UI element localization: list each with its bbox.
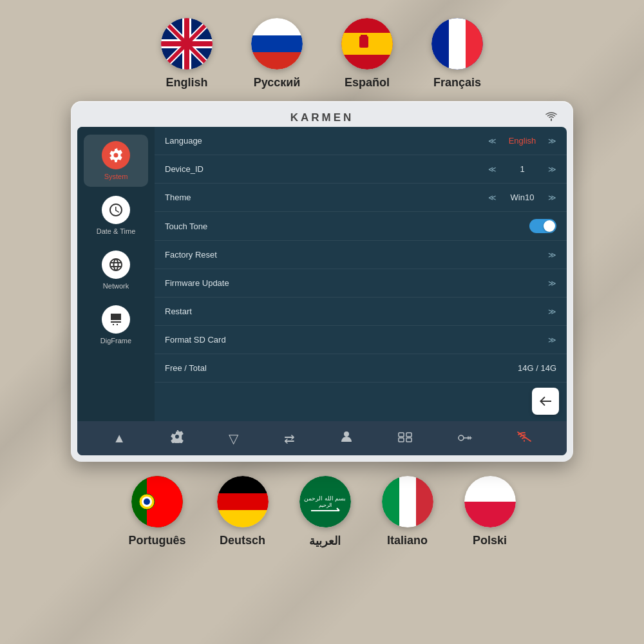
- flag-pt: [131, 476, 183, 527]
- flags-bottom-row: Português Deutsch بسم الله الرحمن الرحيم: [0, 462, 644, 554]
- setting-theme-name: Theme: [165, 193, 488, 202]
- flag-de: [217, 476, 269, 527]
- toolbar-grid-icon[interactable]: [393, 428, 417, 448]
- touchtone-toggle[interactable]: [529, 219, 556, 233]
- back-button[interactable]: [532, 388, 559, 415]
- back-btn-row: [155, 383, 567, 421]
- lang-russian[interactable]: Русский: [251, 18, 303, 90]
- network-icon: [102, 251, 130, 279]
- setting-language-name: Language: [165, 136, 488, 146]
- page-wrapper: English Русский: [0, 0, 644, 644]
- device-brand: KARMEN: [290, 111, 354, 124]
- svg-point-36: [144, 498, 150, 505]
- lang-portuguese[interactable]: Português: [128, 476, 185, 548]
- svg-rect-48: [382, 476, 399, 527]
- setting-freetotal-value: 14G / 14G: [518, 363, 556, 373]
- device-frame: KARMEN: [71, 101, 573, 462]
- setting-row-factoryreset[interactable]: Factory Reset ≫: [155, 241, 567, 269]
- setting-restart-name: Restart: [165, 307, 548, 316]
- sidebar-datetime-label: Date & Time: [97, 227, 136, 235]
- toolbar-transfer-icon[interactable]: ⇄: [279, 428, 300, 449]
- setting-language-controls: ≪ English ≫: [488, 136, 556, 146]
- svg-rect-17: [341, 30, 393, 33]
- svg-rect-52: [464, 476, 516, 502]
- setting-deviceid-controls: ≪ 1 ≫: [488, 164, 556, 174]
- lang-russian-label: Русский: [254, 76, 301, 90]
- sidebar-digframe-label: DigFrame: [100, 337, 131, 345]
- lang-spanish[interactable]: Español: [341, 18, 393, 90]
- svg-rect-28: [399, 438, 404, 442]
- setting-row-freetotal: Free / Total 14G / 14G: [155, 354, 567, 383]
- svg-rect-53: [464, 502, 516, 527]
- setting-factoryreset-name: Factory Reset: [165, 250, 548, 260]
- theme-prev-btn[interactable]: ≪: [488, 193, 497, 202]
- flag-pl: [464, 476, 516, 527]
- setting-firmware-name: Firmware Update: [165, 278, 548, 288]
- sidebar-item-network[interactable]: Network: [84, 244, 148, 296]
- lang-german[interactable]: Deutsch: [217, 476, 269, 548]
- setting-row-touchtone: Touch Tone: [155, 212, 567, 241]
- svg-text:الرحيم: الرحيم: [319, 502, 332, 508]
- svg-rect-13: [251, 52, 303, 70]
- lang-prev-btn[interactable]: ≪: [488, 137, 497, 146]
- setting-touchtone-name: Touch Tone: [165, 222, 529, 231]
- svg-rect-38: [217, 476, 269, 493]
- setting-deviceid-name: Device_ID: [165, 164, 488, 174]
- setting-deviceid-value: 1: [503, 164, 542, 174]
- setting-language-value: English: [503, 136, 542, 146]
- toolbar-down-icon[interactable]: ▽: [223, 428, 243, 449]
- sidebar-item-datetime[interactable]: Date & Time: [84, 189, 148, 242]
- svg-rect-27: [406, 433, 412, 437]
- toolbar-person-icon[interactable]: [335, 428, 358, 449]
- system-icon: [102, 141, 130, 169]
- setting-theme-value: Win10: [503, 193, 542, 202]
- svg-point-25: [344, 431, 349, 437]
- setting-theme-controls: ≪ Win10 ≫: [488, 193, 556, 202]
- lang-spanish-label: Español: [345, 76, 390, 90]
- svg-rect-50: [416, 476, 433, 527]
- setting-formatsd-name: Format SD Card: [165, 335, 548, 345]
- lang-german-label: Deutsch: [220, 534, 265, 547]
- svg-point-30: [459, 435, 464, 440]
- lang-arabic-label: العربية: [309, 534, 341, 548]
- deviceid-prev-btn[interactable]: ≪: [488, 165, 497, 174]
- toolbar-nav-icon[interactable]: ▲: [108, 428, 131, 448]
- lang-english[interactable]: English: [161, 18, 213, 90]
- deviceid-next-btn[interactable]: ≫: [548, 165, 556, 174]
- setting-row-language: Language ≪ English ≫: [155, 127, 567, 155]
- toolbar-wifi-off-icon[interactable]: [512, 428, 536, 449]
- wifi-status-icon: [545, 111, 558, 124]
- lang-polish[interactable]: Polski: [464, 476, 516, 548]
- sidebar-item-digframe[interactable]: DigFrame: [84, 299, 148, 351]
- lang-italian-label: Italiano: [387, 534, 428, 547]
- sidebar-system-label: System: [104, 173, 128, 180]
- restart-arrow: ≫: [548, 307, 556, 316]
- screen-content: System Date & Time: [77, 127, 567, 421]
- svg-rect-24: [466, 18, 483, 70]
- toolbar-key-icon[interactable]: [453, 428, 477, 448]
- lang-polish-label: Polski: [473, 534, 507, 547]
- settings-panel: Language ≪ English ≫ Device_ID ≪ 1: [155, 127, 567, 421]
- lang-portuguese-label: Português: [128, 534, 185, 547]
- setting-row-firmware[interactable]: Firmware Update ≫: [155, 269, 567, 298]
- svg-rect-29: [406, 438, 412, 442]
- sidebar-item-system[interactable]: System: [84, 135, 148, 187]
- device-screen: System Date & Time: [77, 127, 567, 455]
- bottom-toolbar: ▲ ▽ ⇄: [77, 421, 567, 455]
- lang-next-btn[interactable]: ≫: [548, 137, 556, 146]
- svg-rect-23: [449, 18, 466, 70]
- lang-italian[interactable]: Italiano: [382, 476, 433, 548]
- setting-row-formatsd[interactable]: Format SD Card ≫: [155, 326, 567, 354]
- theme-next-btn[interactable]: ≫: [548, 193, 556, 202]
- firmware-arrow: ≫: [548, 279, 556, 288]
- lang-arabic[interactable]: بسم الله الرحمن الرحيم العربية: [299, 476, 351, 548]
- setting-row-restart[interactable]: Restart ≫: [155, 298, 567, 326]
- svg-rect-11: [251, 18, 303, 35]
- flag-uk: [161, 18, 213, 70]
- svg-rect-42: [299, 476, 351, 527]
- svg-text:بسم الله الرحمن: بسم الله الرحمن: [304, 495, 346, 502]
- lang-french[interactable]: Français: [431, 18, 483, 90]
- digframe-icon: [102, 305, 130, 334]
- svg-rect-12: [251, 35, 303, 52]
- toolbar-settings-icon[interactable]: [166, 428, 189, 449]
